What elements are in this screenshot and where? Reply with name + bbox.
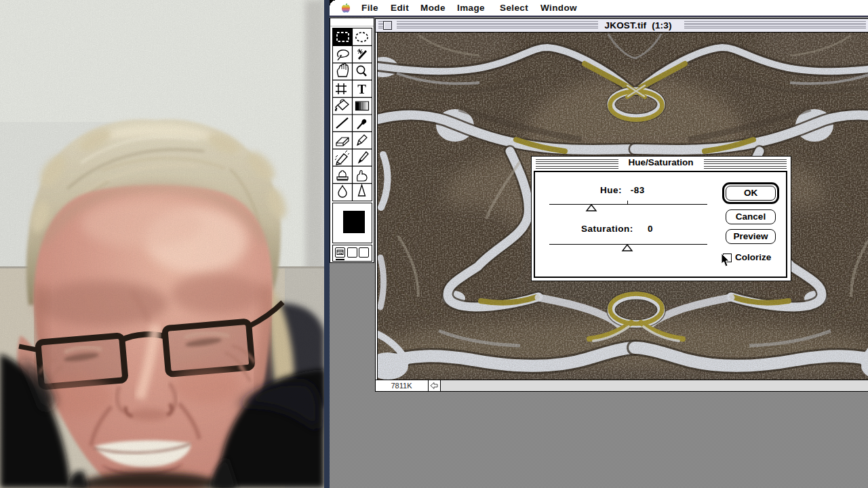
- svg-text:T: T: [357, 82, 366, 96]
